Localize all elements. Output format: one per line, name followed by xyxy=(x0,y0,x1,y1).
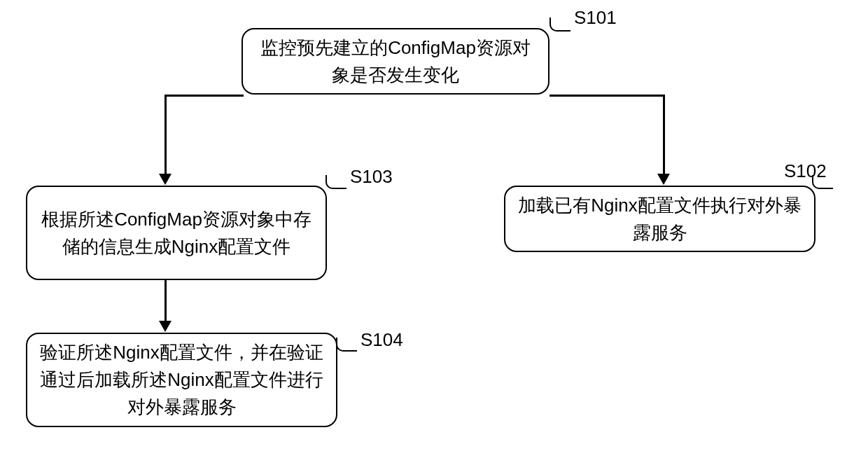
arrow-s101-s103-v xyxy=(164,95,167,175)
label-s103: S103 xyxy=(350,166,393,188)
hook-s103 xyxy=(326,175,346,189)
arrowhead-s104 xyxy=(159,321,172,332)
arrowhead-s102 xyxy=(657,174,670,185)
node-s102: 加载已有Nginx配置文件执行对外暴露服务 xyxy=(504,186,816,252)
node-s103: 根据所述ConfigMap资源对象中存储的信息生成Nginx配置文件 xyxy=(26,186,327,280)
label-s101: S101 xyxy=(574,7,617,29)
label-s102: S102 xyxy=(784,160,827,182)
arrow-s101-s103-h xyxy=(164,95,244,97)
node-s104: 验证所述Nginx配置文件，并在验证通过后加载所述Nginx配置文件进行对外暴露… xyxy=(26,333,337,427)
node-s103-text: 根据所述ConfigMap资源对象中存储的信息生成Nginx配置文件 xyxy=(40,206,313,261)
label-s104: S104 xyxy=(360,329,403,351)
hook-s104 xyxy=(336,338,357,352)
node-s101: 监控预先建立的ConfigMap资源对象是否发生变化 xyxy=(241,28,550,95)
arrow-s103-s104-v xyxy=(164,280,167,322)
arrowhead-s103 xyxy=(159,174,172,185)
node-s101-text: 监控预先建立的ConfigMap资源对象是否发生变化 xyxy=(255,34,536,89)
node-s104-text: 验证所述Nginx配置文件，并在验证通过后加载所述Nginx配置文件进行对外暴露… xyxy=(40,339,323,421)
flowchart-container: 监控预先建立的ConfigMap资源对象是否发生变化 S101 根据所述Conf… xyxy=(0,0,868,458)
arrow-s101-s102-h xyxy=(550,95,665,97)
arrow-s101-s102-v xyxy=(663,95,665,175)
node-s102-text: 加载已有Nginx配置文件执行对外暴露服务 xyxy=(518,192,802,247)
hook-s101 xyxy=(550,18,570,32)
